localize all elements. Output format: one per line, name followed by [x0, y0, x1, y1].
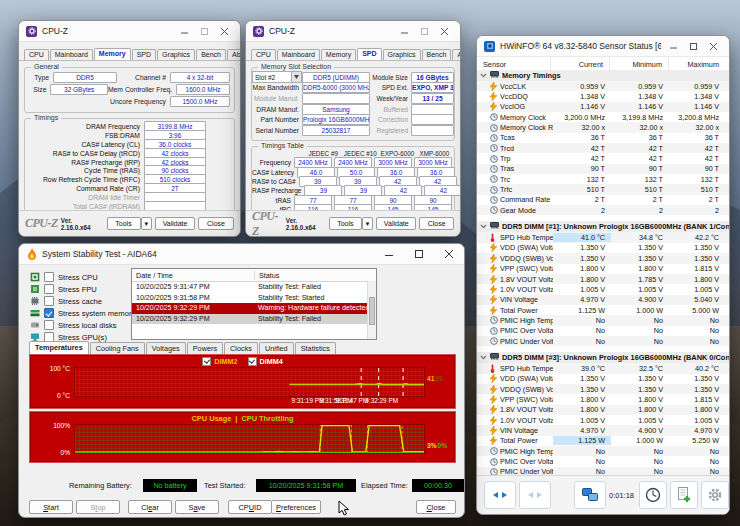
clear-button[interactable]: Clear [128, 500, 172, 514]
legend-checkbox[interactable] [248, 357, 257, 366]
close-button[interactable] [441, 248, 456, 261]
log-scrollbar[interactable] [367, 281, 376, 339]
sensor-row[interactable]: 1.0V VOUT Voltage1.005 V1.005 V1.005 V [477, 284, 729, 294]
aida-tab-voltages[interactable]: Voltages [146, 342, 186, 354]
sensor-row[interactable]: VPP (SWC) Voltage1.800 V1.800 V1.815 V [477, 264, 729, 274]
maximize-button[interactable] [686, 40, 701, 53]
remote-monitoring-button[interactable] [574, 481, 606, 509]
log-row[interactable]: 10/20/2025 9:32:29 PMWarning: Hardware f… [132, 303, 376, 314]
maximize-button[interactable] [411, 248, 426, 261]
sensor-row[interactable]: 1.0V VOUT Voltage1.005 V1.005 V1.005 V [477, 415, 729, 425]
log-row[interactable]: 10/20/2025 9:32:29 PMStability Test: Fai… [132, 314, 376, 325]
minimize-button[interactable] [177, 25, 192, 38]
sensor-row[interactable]: Trc132 T132 T132 T [477, 174, 729, 184]
sensor-row[interactable]: Command Rate2 T2 T2 T [477, 195, 729, 205]
cpuz-spd-tab-about[interactable]: About [452, 49, 461, 60]
aida-tab-unified[interactable]: Unified [259, 342, 294, 354]
sensor-row[interactable]: PMIC Under VoltageNoNoNo [477, 336, 729, 346]
cpuz-spd-tab-mainboard[interactable]: Mainboard [277, 49, 320, 60]
log-column-status[interactable]: Status [255, 271, 376, 280]
aida64-titlebar[interactable]: System Stability Test - AIDA64 [19, 244, 464, 265]
maximize-button[interactable] [197, 25, 212, 38]
cpuz-memory-tab-graphics[interactable]: Graphics [157, 49, 195, 60]
tools-dropdown-button[interactable]: ▾ [362, 217, 374, 230]
clock-button[interactable] [639, 481, 667, 509]
log-row[interactable]: 10/20/2025 9:31:58 PMStability Test: Sta… [132, 293, 376, 304]
sensor-section-header[interactable]: DDR5 DIMM [#3]: Unknown Prologix 16GB600… [477, 352, 729, 363]
aida-tab-cooling-fans[interactable]: Cooling Fans [90, 342, 145, 354]
cpuz-spd-tab-graphics[interactable]: Graphics [383, 49, 421, 60]
sensor-row[interactable]: Total Power1.125 W1.000 W5.250 W [477, 436, 729, 446]
collapse-chevron-icon[interactable] [480, 222, 487, 231]
sensor-row[interactable]: Tras90 T90 T90 T [477, 164, 729, 174]
column-maximum[interactable]: Maximum [669, 57, 729, 71]
maximize-button[interactable] [417, 25, 432, 38]
sensor-row[interactable]: PMIC Over VoltageNoNoNo [477, 456, 729, 466]
sensor-row[interactable]: VIN Voltage4.970 V4.900 V5.040 V [477, 295, 729, 305]
legend-checkbox[interactable] [202, 357, 211, 366]
log-row[interactable]: 10/20/2025 9:31:47 PMStability Test: Fai… [132, 282, 376, 293]
cpuz-memory-tab-spd[interactable]: SPD [132, 49, 156, 60]
sensor-row[interactable]: VccDDQ1.348 V1.348 V1.348 V [477, 91, 729, 101]
validate-button[interactable]: Validate [376, 217, 416, 230]
stress-checkbox[interactable] [44, 296, 54, 306]
sensor-row[interactable]: Trp42 T42 T42 T [477, 153, 729, 163]
sensor-row[interactable]: 1.8V VOUT Voltage1.800 V1.785 V1.800 V [477, 274, 729, 284]
minimize-button[interactable] [666, 40, 681, 53]
stress-checkbox[interactable] [44, 284, 54, 294]
hwinfo-titlebar[interactable]: HWiNFO® 64 v8.32-5840 Sensor Status [649… [477, 36, 729, 57]
sensor-row[interactable]: PMIC High TemperatureNoNoNo [477, 446, 729, 456]
cpuz-memory-tab-bench[interactable]: Bench [196, 49, 226, 60]
close-window-button[interactable]: Close [198, 217, 234, 230]
cpuz-spd-titlebar[interactable]: CPU-Z [246, 21, 460, 42]
close-window-button[interactable]: Close [419, 217, 454, 230]
sensor-row[interactable]: PMIC Over VoltageNoNoNo [477, 326, 729, 336]
aida-tab-temperatures[interactable]: Temperatures [29, 341, 89, 355]
close-button[interactable] [437, 25, 452, 38]
stress-checkbox[interactable] [44, 308, 54, 318]
cpuz-memory-tab-memory[interactable]: Memory [94, 48, 131, 60]
navigate-arrows-button[interactable] [484, 481, 516, 509]
cpuz-spd-tab-spd[interactable]: SPD [357, 48, 381, 60]
log-scrollbar-thumb[interactable] [369, 297, 375, 325]
sensor-row[interactable]: VPP (SWC) Voltage1.800 V1.800 V1.815 V [477, 394, 729, 404]
slot-select-combobox[interactable]: Slot #2 [252, 71, 302, 83]
collapse-chevron-icon[interactable] [480, 71, 487, 80]
stop-button[interactable]: Stop [76, 500, 120, 514]
aida-tab-clocks[interactable]: Clocks [224, 342, 258, 354]
minimize-button[interactable] [381, 248, 396, 261]
log-column-datetime[interactable]: Date / Time [132, 271, 255, 280]
sensor-row[interactable]: VccIOG1.146 V1.146 V1.146 V [477, 102, 729, 112]
sensor-row[interactable]: SPD Hub Temperature41.0 °C34.8 °C42.2 °C [477, 232, 729, 242]
column-sensor[interactable]: Sensor [477, 57, 551, 71]
sensor-row[interactable]: VccCLK0.959 V0.959 V0.959 V [477, 81, 729, 91]
aida-tab-powers[interactable]: Powers [187, 342, 223, 354]
start-button[interactable]: Start [29, 500, 73, 514]
sensor-row[interactable]: Memory Clock3,200.0 MHz3,199.8 MHz3,200.… [477, 112, 729, 122]
close-dialog-button[interactable]: Close [416, 500, 456, 514]
preferences-button[interactable]: Preferences [271, 500, 321, 514]
report-button[interactable] [670, 481, 698, 509]
sensor-row[interactable]: SPD Hub Temperature39.0 °C32.5 °C40.2 °C [477, 363, 729, 373]
aida-tab-statistics[interactable]: Statistics [295, 342, 336, 354]
sensor-row[interactable]: Memory Clock Ratio32.00 x32.00 x32.00 x [477, 122, 729, 132]
collapse-chevron-icon[interactable] [480, 353, 487, 362]
sensor-row[interactable]: Total Power1.125 W1.000 W5.000 W [477, 305, 729, 315]
minimize-button[interactable] [397, 25, 412, 38]
cpuz-spd-tab-cpu[interactable]: CPU [251, 49, 276, 60]
cpuz-memory-tab-mainboard[interactable]: Mainboard [50, 49, 93, 60]
sensor-row[interactable]: VDDQ (SWB) Voltage1.350 V1.350 V1.350 V [477, 384, 729, 394]
column-current[interactable]: Current [551, 57, 610, 71]
cpuid-button[interactable]: CPUID [228, 500, 272, 514]
sensor-row[interactable]: PMIC High TemperatureNoNoNo [477, 315, 729, 325]
tools-button[interactable]: Tools [107, 217, 141, 230]
sensor-section-header[interactable]: DDR5 DIMM [#1]: Unknown Prologix 16GB600… [477, 221, 729, 232]
cpuz-memory-tab-cpu[interactable]: CPU [24, 49, 49, 60]
cpuz-spd-tab-bench[interactable]: Bench [422, 49, 452, 60]
cpuz-memory-titlebar[interactable]: CPU-Z [19, 21, 240, 42]
navigate-arrows-disabled-button[interactable] [519, 481, 551, 509]
stress-checkbox[interactable] [44, 272, 54, 282]
sensor-row[interactable]: Tcas36 T36 T36 T [477, 133, 729, 143]
validate-button[interactable]: Validate [155, 217, 195, 230]
sensor-row[interactable]: 1.8V VOUT Voltage1.800 V1.800 V1.800 V [477, 405, 729, 415]
